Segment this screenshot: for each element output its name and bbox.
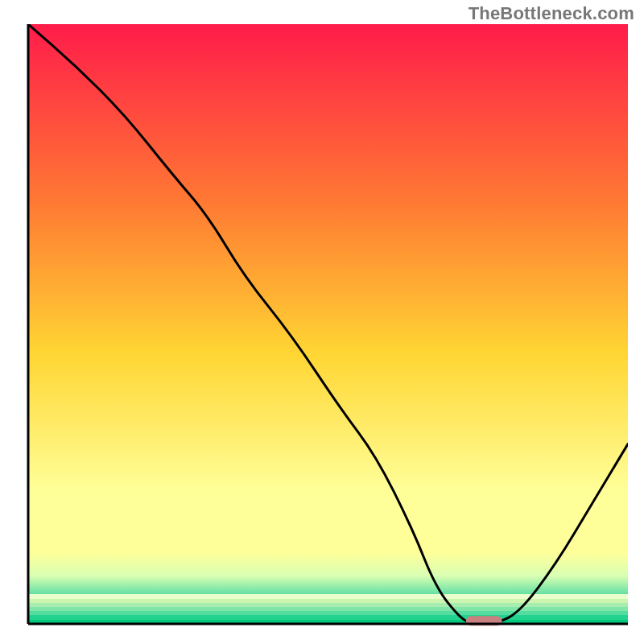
svg-rect-1: [28, 594, 628, 599]
chart-stage: TheBottleneck.com: [0, 0, 644, 644]
svg-rect-4: [28, 607, 628, 611]
bottom-bands: [28, 594, 628, 624]
svg-rect-3: [28, 603, 628, 607]
plot-background: [28, 24, 628, 624]
svg-rect-5: [28, 611, 628, 615]
svg-rect-6: [28, 615, 628, 620]
svg-rect-2: [28, 599, 628, 603]
bottleneck-chart-svg: [0, 0, 644, 644]
watermark-text: TheBottleneck.com: [469, 3, 634, 24]
